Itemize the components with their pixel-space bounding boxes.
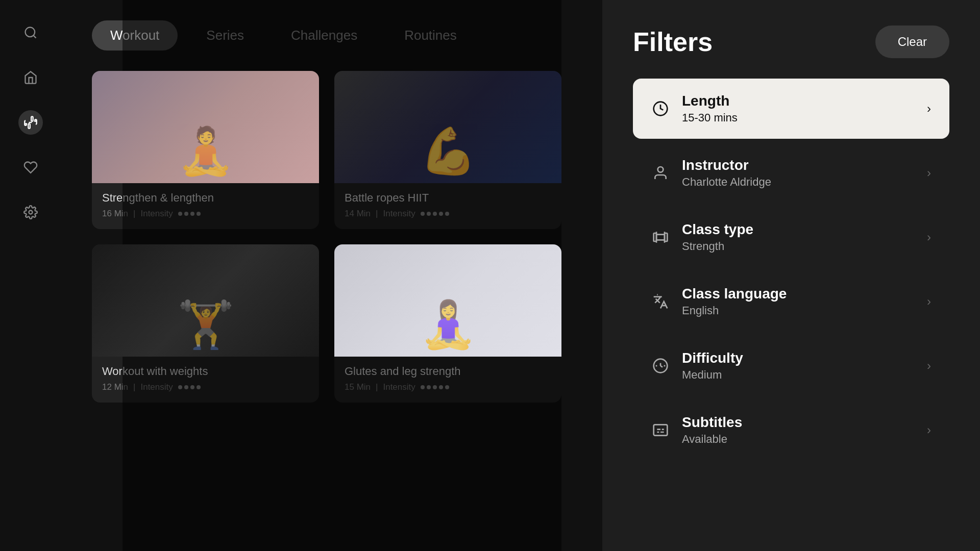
svg-rect-4 (654, 233, 656, 241)
filter-subtitles-title: Subtitles (682, 414, 915, 431)
card-image: 🧘‍♀️ (334, 244, 561, 357)
workout-title: Glutes and leg strength (345, 365, 551, 378)
filter-instructor-value: Charlotte Aldridge (682, 176, 915, 189)
card-image: 🧘 (92, 71, 319, 183)
chevron-right-icon: › (927, 230, 931, 244)
workout-intensity-label: Intensity (383, 209, 415, 219)
filter-language-title: Class language (682, 286, 915, 302)
filter-difficulty-title: Difficulty (682, 350, 915, 366)
clock-icon (651, 99, 670, 118)
filter-item-length[interactable]: Length 15-30 mins › (633, 79, 949, 139)
workout-meta: 16 Min | Intensity (102, 209, 309, 219)
filter-item-class-type[interactable]: Class type Strength › (633, 207, 949, 267)
clear-button[interactable]: Clear (875, 26, 949, 58)
svg-point-1 (29, 211, 33, 214)
gauge-icon (651, 357, 670, 375)
workout-duration: 16 Min (102, 209, 128, 219)
workout-title: Strengthen & lengthen (102, 191, 309, 205)
chevron-right-icon: › (927, 294, 931, 309)
tab-series[interactable]: Series (188, 20, 262, 51)
filter-subtitles-value: Available (682, 433, 915, 446)
filter-item-instructor[interactable]: Instructor Charlotte Aldridge › (633, 143, 949, 203)
intensity-dots (178, 212, 201, 216)
svg-point-3 (658, 167, 664, 172)
workout-intensity-label: Intensity (383, 382, 415, 392)
main-content: Workout Series Challenges Routines 🧘 Str… (61, 0, 602, 551)
fitness-icon[interactable] (18, 110, 43, 135)
filter-item-subtitles[interactable]: Subtitles Available › (633, 400, 949, 460)
tab-routines[interactable]: Routines (386, 20, 475, 51)
workout-intensity-label: Intensity (140, 209, 173, 219)
tabs-bar: Workout Series Challenges Routines (92, 20, 572, 51)
subtitles-icon (651, 421, 670, 439)
workout-card[interactable]: 🏋️ Workout with weights 12 Min | Intensi… (92, 244, 319, 403)
intensity-dots (421, 212, 449, 216)
home-icon[interactable] (18, 65, 43, 90)
card-image: 💪 (334, 71, 561, 183)
workout-intensity-label: Intensity (140, 382, 173, 392)
intensity-dots (178, 385, 201, 389)
filter-language-value: English (682, 304, 915, 317)
workout-card[interactable]: 🧘‍♀️ Glutes and leg strength 15 Min | In… (334, 244, 561, 403)
filter-title: Filters (633, 27, 713, 57)
chevron-right-icon: › (927, 423, 931, 437)
person-icon (651, 164, 670, 182)
filter-item-language[interactable]: Class language English › (633, 271, 949, 332)
workout-card[interactable]: 💪 Battle ropes HIIT 14 Min | Intensity (334, 71, 561, 229)
filter-header: Filters Clear (633, 26, 949, 58)
sidebar (0, 0, 61, 551)
workout-card[interactable]: 🧘 Strengthen & lengthen 16 Min | Intensi… (92, 71, 319, 229)
translate-icon (651, 292, 670, 311)
workout-meta: 14 Min | Intensity (345, 209, 551, 219)
heart-icon[interactable] (18, 155, 43, 180)
svg-point-0 (26, 28, 35, 37)
dumbbell-icon (651, 228, 670, 246)
workout-duration: 14 Min (345, 209, 371, 219)
workout-meta: 15 Min | Intensity (345, 382, 551, 392)
filter-length-title: Length (682, 93, 915, 109)
workout-grid: 🧘 Strengthen & lengthen 16 Min | Intensi… (92, 71, 572, 403)
chevron-right-icon: › (927, 359, 931, 373)
workout-meta: 12 Min | Intensity (102, 382, 309, 392)
workout-title: Workout with weights (102, 365, 309, 378)
settings-icon[interactable] (18, 200, 43, 224)
chevron-right-icon: › (927, 102, 931, 116)
intensity-dots (421, 385, 449, 389)
svg-rect-5 (665, 233, 667, 241)
chevron-right-icon: › (927, 166, 931, 180)
filter-length-value: 15-30 mins (682, 111, 915, 124)
card-image: 🏋️ (92, 244, 319, 357)
workout-duration: 15 Min (345, 382, 371, 392)
filter-difficulty-value: Medium (682, 368, 915, 382)
filter-instructor-title: Instructor (682, 157, 915, 173)
tab-challenges[interactable]: Challenges (273, 20, 376, 51)
workout-title: Battle ropes HIIT (345, 191, 551, 205)
workout-duration: 12 Min (102, 382, 128, 392)
filter-panel: Filters Clear Length 15-30 mins › Instru… (602, 0, 980, 551)
filter-item-difficulty[interactable]: Difficulty Medium › (633, 336, 949, 396)
search-icon[interactable] (18, 20, 43, 45)
filter-classtype-title: Class type (682, 221, 915, 238)
filter-classtype-value: Strength (682, 240, 915, 253)
tab-workout[interactable]: Workout (92, 20, 178, 51)
